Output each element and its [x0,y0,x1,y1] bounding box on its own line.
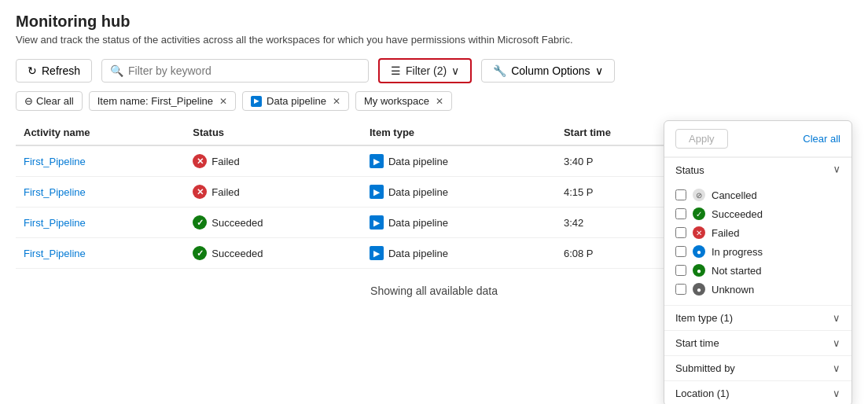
wrench-icon: 🔧 [493,64,506,77]
col-header-activity: Activity name [16,120,185,145]
inprogress-status-icon: ● [693,245,705,258]
filter-tag-label: My workspace [364,95,429,107]
filter-option-cancelled[interactable]: ⊘ Cancelled [675,185,840,204]
refresh-label: Refresh [42,64,80,77]
cancelled-status-icon: ⊘ [693,189,705,201]
clear-all-label: Clear all [36,95,74,107]
pipeline-type-icon: ▶ [370,154,384,168]
filter-tag-label: Item name: First_Pipeline [97,95,213,107]
start-time-section[interactable]: Start time ∨ [664,330,851,355]
search-box: 🔍 [101,59,369,83]
col-header-status: Status [185,120,362,145]
failed-status-icon: ✕ [693,226,705,239]
col-options-chevron-icon: ∨ [595,64,603,77]
column-options-button[interactable]: 🔧 Column Options ∨ [481,59,614,83]
chevron-up-icon: ∧ [833,164,840,176]
filter-button[interactable]: ☰ Filter (2) ∨ [378,58,472,83]
pipeline-type-icon: ▶ [370,215,384,230]
apply-button[interactable]: Apply [675,129,728,149]
filter-option-inprogress[interactable]: ● In progress [675,242,840,261]
cancelled-checkbox[interactable] [675,189,686,200]
filter-label: Filter (2) [406,64,447,77]
status-section-header[interactable]: Status ∧ [664,157,851,182]
page-title: Monitoring hub [16,13,852,31]
refresh-icon: ↻ [28,64,37,77]
item-type-section[interactable]: Item type (1) ∨ [664,305,851,330]
activity-name-link[interactable]: First_Pipeline [24,217,86,229]
filter-tag-workspace[interactable]: My workspace ✕ [355,91,452,111]
clear-all-button[interactable]: ⊖ Clear all [16,91,83,111]
filter-tag-pipeline-name[interactable]: Item name: First_Pipeline ✕ [89,91,236,111]
succeeded-checkbox[interactable] [675,208,686,219]
filter-panel: Apply Clear all Status ∧ ⊘ Cancelled ✓ S… [664,120,852,404]
filter-option-succeeded[interactable]: ✓ Succeeded [675,204,840,223]
chevron-down-icon: ∨ [833,362,840,374]
failed-checkbox[interactable] [675,227,686,238]
filter-option-notstarted[interactable]: ● Not started [675,261,840,280]
inprogress-checkbox[interactable] [675,246,686,257]
filter-option-unknown[interactable]: ● Unknown [675,280,840,299]
succeeded-status-icon: ✓ [693,208,705,220]
succeeded-icon: ✓ [193,215,207,230]
col-options-label: Column Options [511,64,590,77]
page-subtitle: View and track the status of the activit… [16,34,852,46]
chevron-down-icon: ∨ [833,312,840,324]
failed-icon: ✕ [193,185,207,199]
activity-name-link[interactable]: First_Pipeline [24,186,86,198]
filter-option-failed[interactable]: ✕ Failed [675,223,840,242]
status-options: ⊘ Cancelled ✓ Succeeded ✕ Failed ● In pr… [664,182,851,305]
search-icon: 🔍 [110,64,123,77]
location-section[interactable]: Location (1) ∨ [664,380,851,404]
chevron-down-icon: ∨ [833,387,840,399]
submitted-by-section[interactable]: Submitted by ∨ [664,355,851,380]
failed-icon: ✕ [193,154,207,168]
unknown-checkbox[interactable] [675,284,686,295]
clear-all-filter-button[interactable]: Clear all [803,133,840,145]
notstarted-checkbox[interactable] [675,265,686,276]
search-input[interactable] [128,64,360,77]
filter-chevron-icon: ∨ [451,64,459,77]
succeeded-icon: ✓ [193,246,207,260]
col-header-itemtype: Item type [362,120,556,145]
unknown-status-icon: ● [693,283,705,296]
filter-tag-data-pipeline[interactable]: ▶ Data pipeline ✕ [242,91,349,111]
notstarted-status-icon: ● [693,264,705,277]
chevron-down-icon: ∨ [833,337,840,349]
activity-name-link[interactable]: First_Pipeline [24,248,86,259]
status-section-title: Status [675,164,704,176]
data-pipeline-icon: ▶ [251,96,262,107]
filter-tag-label: Data pipeline [267,95,326,107]
close-icon[interactable]: ✕ [436,96,443,107]
pipeline-type-icon: ▶ [370,246,384,260]
refresh-button[interactable]: ↻ Refresh [16,59,92,83]
close-icon[interactable]: ✕ [333,96,340,107]
filters-row: ⊖ Clear all Item name: First_Pipeline ✕ … [16,91,852,111]
pipeline-type-icon: ▶ [370,185,384,199]
filter-panel-header: Apply Clear all [664,121,851,157]
clear-icon: ⊖ [24,95,33,107]
close-icon[interactable]: ✕ [219,96,227,107]
filter-icon: ☰ [391,64,401,77]
activity-name-link[interactable]: First_Pipeline [24,156,86,167]
